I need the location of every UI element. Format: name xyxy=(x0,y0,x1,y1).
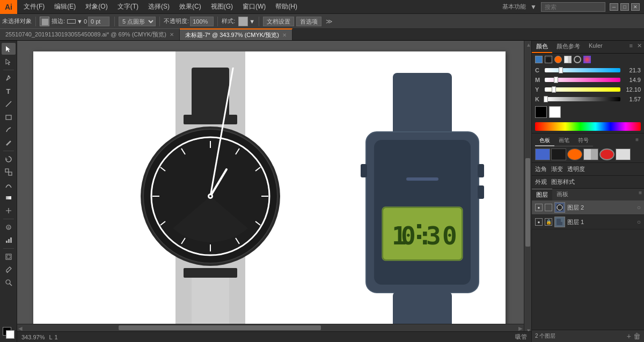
menu-edit[interactable]: 编辑(E) xyxy=(50,1,80,12)
channel-y-row: Y 12.10 xyxy=(532,85,644,94)
tool-type[interactable]: T xyxy=(2,85,16,97)
tool-gradient[interactable] xyxy=(2,192,16,204)
tool-name: 吸管 xyxy=(515,333,527,341)
channel-m-slider[interactable] xyxy=(545,78,620,82)
tool-artboard[interactable] xyxy=(2,251,16,263)
layer-1-eye[interactable]: ● xyxy=(535,218,543,226)
tool-pencil[interactable] xyxy=(2,137,16,148)
layer-item-1[interactable]: ● 🔒 图层 1 ○ xyxy=(532,215,644,229)
stroke-swatch[interactable] xyxy=(67,19,76,24)
tab-2[interactable]: 未标题-7* @ 343.97% (CMYK/预览) ✕ xyxy=(180,28,292,40)
menu-text[interactable]: 文字(T) xyxy=(113,1,143,12)
tool-rect[interactable] xyxy=(2,111,16,123)
maximize-button[interactable]: □ xyxy=(620,3,629,11)
channel-c-slider[interactable] xyxy=(545,68,620,72)
swatch-item-gray[interactable] xyxy=(583,148,598,160)
color-panel-options[interactable]: ≡ xyxy=(627,41,635,53)
scroll-up-arrow[interactable]: ▲ xyxy=(526,42,531,48)
color-mode-icon-2[interactable] xyxy=(545,56,552,63)
menu-view[interactable]: 视图(G) xyxy=(207,1,237,12)
brush-select[interactable]: 5 点圆形 xyxy=(119,17,156,26)
minimize-button[interactable]: ─ xyxy=(610,3,618,11)
tool-chart[interactable] xyxy=(2,234,16,246)
channel-k-slider[interactable] xyxy=(545,97,620,101)
color-spectrum[interactable] xyxy=(535,122,641,131)
tool-brush[interactable] xyxy=(2,124,16,136)
close-button[interactable]: ✕ xyxy=(631,3,640,11)
menu-object[interactable]: 对象(O) xyxy=(81,1,112,12)
tab-1[interactable]: 25510740_20191130193055450089.ai* @ 69% … xyxy=(0,28,180,40)
horizontal-scrollbar[interactable]: ◀ ▶ xyxy=(17,324,524,331)
swatch-tab-swatches[interactable]: 色板 xyxy=(535,136,554,146)
tab-1-close[interactable]: ✕ xyxy=(170,32,174,38)
menu-help[interactable]: 帮助(H) xyxy=(271,1,302,12)
tool-warp[interactable] xyxy=(2,179,16,191)
swatch-tab-brush[interactable]: 画笔 xyxy=(554,136,574,146)
menu-file[interactable]: 文件(F) xyxy=(19,1,49,12)
color-panel-close[interactable]: ✕ xyxy=(635,41,644,53)
layer-2-eye[interactable]: ● xyxy=(535,204,543,211)
color-mode-icon-1[interactable] xyxy=(535,56,543,63)
color-tab-color[interactable]: 颜色 xyxy=(532,41,552,53)
tool-zoom[interactable] xyxy=(2,277,16,288)
menu-window[interactable]: 窗口(W) xyxy=(238,1,270,12)
svg-rect-9 xyxy=(8,239,10,243)
layers-tab-layers[interactable]: 图层 xyxy=(532,189,552,200)
menu-effect[interactable]: 效果(C) xyxy=(175,1,206,12)
add-layer-button[interactable]: + xyxy=(627,332,631,340)
tab-2-close[interactable]: ✕ xyxy=(282,32,287,38)
channel-y-slider[interactable] xyxy=(545,87,620,92)
color-mode-icon-4[interactable] xyxy=(564,56,572,63)
layer-1-target[interactable]: ○ xyxy=(637,218,641,226)
fill-stroke-indicator[interactable] xyxy=(3,327,14,339)
swatches-options[interactable]: ≡ xyxy=(633,136,641,146)
opacity-input[interactable] xyxy=(190,17,214,26)
doc-settings-button[interactable]: 文档设置 xyxy=(263,17,294,26)
color-tab-kuler[interactable]: Kuler xyxy=(584,41,607,53)
swatch-item-red[interactable] xyxy=(599,148,614,160)
swatch-black[interactable] xyxy=(535,106,547,118)
tool-pen[interactable] xyxy=(2,72,16,84)
preferences-button[interactable]: 首选项 xyxy=(296,17,321,26)
color-mode-icon-3[interactable] xyxy=(554,56,562,63)
stroke-value-input[interactable] xyxy=(88,17,109,26)
tool-scale[interactable] xyxy=(2,166,16,178)
color-tab-reference[interactable]: 颜色参考 xyxy=(552,41,584,53)
swatch-item-blue[interactable] xyxy=(535,148,550,160)
swatch-tab-symbol[interactable]: 符号 xyxy=(574,136,593,146)
scroll-right-arrow[interactable]: ▶ xyxy=(518,325,523,331)
tool-rotate[interactable] xyxy=(2,153,16,165)
tool-mesh[interactable] xyxy=(2,205,16,217)
tool-line[interactable] xyxy=(2,98,16,110)
fill-color-item[interactable] xyxy=(40,17,49,26)
swatch-white[interactable] xyxy=(549,106,561,118)
tool-symbol[interactable]: 8 xyxy=(2,221,16,233)
tool-select[interactable] xyxy=(2,43,16,55)
tool-direct-select[interactable] xyxy=(2,56,16,68)
style-swatch[interactable] xyxy=(238,17,248,26)
color-mode-icon-5[interactable] xyxy=(574,56,581,63)
search-input[interactable] xyxy=(541,2,605,12)
page-value[interactable]: 1 xyxy=(55,334,58,340)
menu-select[interactable]: 选择(S) xyxy=(144,1,174,12)
layer-2-target[interactable]: ○ xyxy=(637,204,641,211)
canvas-area[interactable]: 1 0 : 3 0 ▲ ▼ xyxy=(17,41,531,342)
layers-tab-artboard[interactable]: 画板 xyxy=(552,189,573,200)
workspace-dropdown-icon[interactable]: ▼ xyxy=(530,3,537,11)
layers-options[interactable]: ≡ xyxy=(636,189,644,200)
layer-1-lock[interactable]: 🔒 xyxy=(545,218,552,226)
style-arrow[interactable]: ▼ xyxy=(249,18,255,25)
swatch-item-orange[interactable] xyxy=(567,148,582,160)
stroke-arrow[interactable]: ▼ xyxy=(77,18,83,25)
tool-eyedropper[interactable] xyxy=(2,264,16,276)
swatch-item-light-gray[interactable] xyxy=(616,148,631,160)
delete-layer-button[interactable]: 🗑 xyxy=(633,332,641,340)
color-mode-icon-6[interactable] xyxy=(583,56,591,63)
more-button[interactable]: ≫ xyxy=(324,18,335,25)
swatch-item-black[interactable] xyxy=(551,148,566,160)
layer-2-lock[interactable] xyxy=(545,204,552,211)
layer-item-2[interactable]: ● 图层 2 ○ xyxy=(532,200,644,215)
zoom-value[interactable]: 343.97% xyxy=(21,334,45,340)
vertical-scrollbar[interactable]: ▲ ▼ xyxy=(524,41,531,334)
scroll-left-arrow[interactable]: ◀ xyxy=(18,325,23,331)
